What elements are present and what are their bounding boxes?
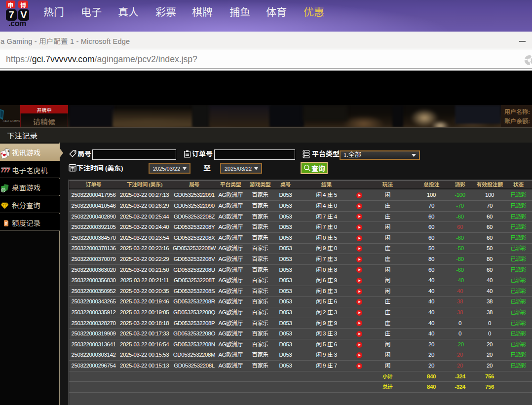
svg-text:7: 7 [7, 167, 10, 174]
